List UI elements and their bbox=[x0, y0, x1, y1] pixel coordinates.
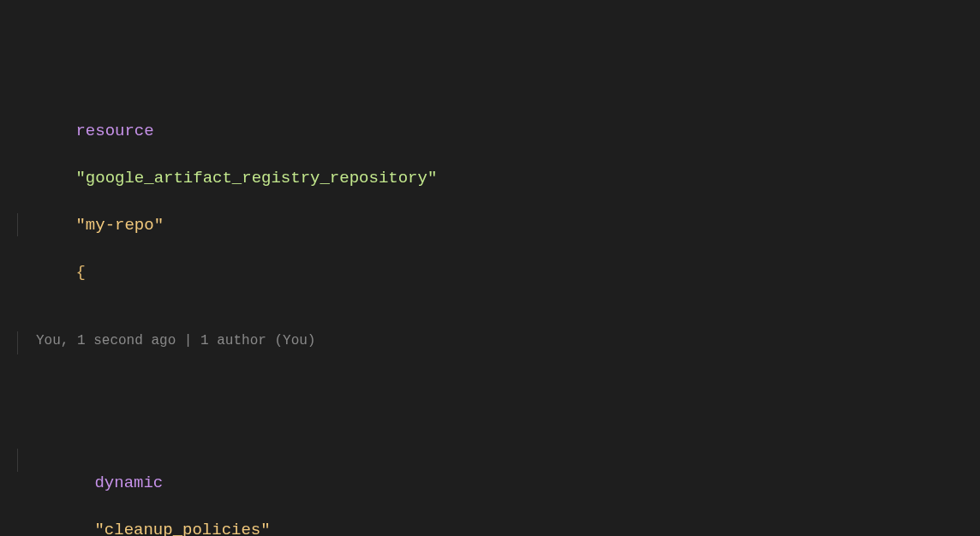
brace-open: { bbox=[75, 263, 85, 282]
string-literal: "google_artifact_registry_repository" bbox=[75, 169, 437, 188]
code-line[interactable]: dynamic "cleanup_policies" { bbox=[0, 449, 980, 472]
code-line[interactable]: resource "google_artifact_registry_repos… bbox=[0, 96, 980, 119]
string-literal: "my-repo" bbox=[75, 216, 164, 235]
keyword-dynamic: dynamic bbox=[94, 473, 163, 492]
codelens[interactable]: You, 1 second ago | 1 author (You) bbox=[0, 331, 980, 354]
code-editor[interactable]: resource "google_artifact_registry_repos… bbox=[0, 0, 980, 536]
keyword-resource: resource bbox=[75, 122, 153, 140]
codelens-text: You, 1 second ago | 1 author (You) bbox=[36, 331, 315, 354]
string-literal: "cleanup_policies" bbox=[94, 521, 270, 536]
